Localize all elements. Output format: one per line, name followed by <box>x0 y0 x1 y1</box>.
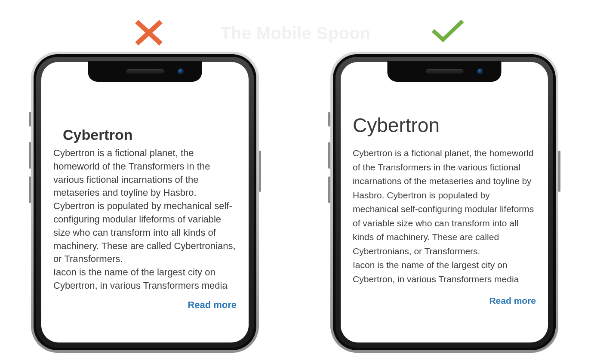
article-title: Cybertron <box>63 126 237 143</box>
check-icon <box>431 19 465 44</box>
article-body: Cybertron is a fictional planet, the hom… <box>353 146 536 286</box>
screen-good: Cybertron Cybertron is a fictional plane… <box>341 62 548 342</box>
speaker-grille <box>425 69 463 74</box>
front-camera <box>477 68 483 74</box>
side-button <box>558 151 560 192</box>
read-more-link[interactable]: Read more <box>353 296 536 306</box>
phone-mockup-good: Cybertron Cybertron is a fictional plane… <box>330 52 558 353</box>
phone-mockup-bad: Cybertron Cybertron is a fictional plane… <box>31 52 259 353</box>
side-button <box>259 151 261 192</box>
phone-notch <box>388 61 502 82</box>
screen-bad: Cybertron Cybertron is a fictional plane… <box>41 62 249 342</box>
cross-icon <box>133 19 164 46</box>
watermark-text: The Mobile Spoon <box>0 24 591 43</box>
article-title: Cybertron <box>353 114 536 137</box>
article-body: Cybertron is a fictional planet, the hom… <box>53 147 237 293</box>
read-more-link[interactable]: Read more <box>53 299 237 311</box>
phone-notch <box>88 61 202 82</box>
speaker-grille <box>126 69 164 74</box>
front-camera <box>178 68 184 74</box>
